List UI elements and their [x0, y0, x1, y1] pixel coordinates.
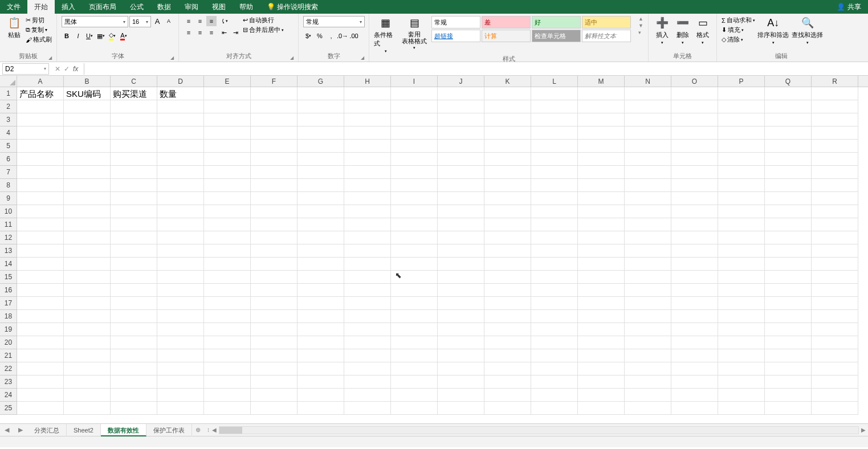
border-button[interactable]: ▦▾: [96, 31, 106, 41]
cell[interactable]: [718, 349, 765, 362]
cell[interactable]: [204, 87, 251, 100]
cell[interactable]: [625, 153, 671, 166]
cell[interactable]: [391, 205, 438, 218]
cell[interactable]: [625, 244, 671, 258]
cell[interactable]: [64, 231, 111, 244]
row-header[interactable]: 16: [0, 284, 17, 297]
cell[interactable]: [531, 244, 578, 258]
cell[interactable]: [625, 323, 671, 336]
menu-review[interactable]: 审阅: [178, 0, 205, 14]
cell[interactable]: [484, 389, 531, 402]
cell[interactable]: [157, 218, 204, 231]
style-item[interactable]: 好: [532, 16, 581, 28]
cell[interactable]: [531, 100, 578, 113]
cell[interactable]: [531, 271, 578, 284]
cell[interactable]: [391, 179, 438, 192]
formula-input[interactable]: [84, 63, 868, 75]
row-header[interactable]: 10: [0, 205, 17, 218]
cell[interactable]: [625, 310, 671, 323]
cell[interactable]: [718, 231, 765, 244]
cell[interactable]: [578, 218, 625, 231]
cell[interactable]: [765, 375, 812, 389]
cell[interactable]: [671, 153, 718, 166]
cell[interactable]: [765, 100, 812, 113]
cell[interactable]: [111, 389, 157, 402]
cell[interactable]: [671, 166, 718, 179]
cell[interactable]: [718, 362, 765, 375]
cell[interactable]: [625, 192, 671, 205]
cell[interactable]: [111, 310, 157, 323]
cell[interactable]: [625, 271, 671, 284]
cell[interactable]: [438, 179, 484, 192]
column-header[interactable]: F: [251, 76, 298, 87]
cell[interactable]: [64, 375, 111, 389]
cell[interactable]: [671, 375, 718, 389]
cell[interactable]: [671, 231, 718, 244]
row-header[interactable]: 4: [0, 126, 17, 140]
wrap-text-button[interactable]: ↩自动换行: [243, 16, 284, 25]
cell[interactable]: [765, 258, 812, 271]
cell[interactable]: [344, 389, 391, 402]
cell[interactable]: [204, 323, 251, 336]
cell[interactable]: [298, 375, 344, 389]
cell[interactable]: [344, 126, 391, 140]
cell[interactable]: [157, 140, 204, 153]
style-item[interactable]: 解释性文本: [582, 30, 631, 42]
cell[interactable]: [204, 271, 251, 284]
cell[interactable]: [531, 140, 578, 153]
cell[interactable]: [765, 140, 812, 153]
cell[interactable]: [391, 402, 438, 415]
cell[interactable]: [765, 336, 812, 349]
cell[interactable]: [251, 271, 298, 284]
cell[interactable]: [298, 402, 344, 415]
row-header[interactable]: 24: [0, 389, 17, 402]
cell[interactable]: [344, 205, 391, 218]
column-header[interactable]: E: [204, 76, 251, 87]
font-size-select[interactable]: 16▾: [129, 16, 151, 27]
cell[interactable]: [812, 244, 858, 258]
column-header[interactable]: R: [812, 76, 858, 87]
cell[interactable]: SKU编码: [64, 87, 111, 100]
cell[interactable]: [812, 402, 858, 415]
cell[interactable]: [298, 205, 344, 218]
cell[interactable]: [531, 126, 578, 140]
cell[interactable]: [718, 205, 765, 218]
row-header[interactable]: 7: [0, 166, 17, 179]
cell[interactable]: [204, 192, 251, 205]
cell[interactable]: [531, 192, 578, 205]
cell[interactable]: [391, 362, 438, 375]
cell[interactable]: [812, 205, 858, 218]
cell[interactable]: [64, 244, 111, 258]
cell[interactable]: [438, 362, 484, 375]
column-header[interactable]: I: [391, 76, 438, 87]
tab-nav-next[interactable]: ▶: [14, 426, 27, 434]
cell[interactable]: [64, 126, 111, 140]
cell[interactable]: [718, 284, 765, 297]
cancel-formula-button[interactable]: ✕: [55, 65, 60, 73]
cell[interactable]: [251, 349, 298, 362]
cell[interactable]: [204, 100, 251, 113]
cell[interactable]: [812, 192, 858, 205]
cell[interactable]: [204, 402, 251, 415]
cell[interactable]: [111, 166, 157, 179]
cell[interactable]: [812, 375, 858, 389]
cell[interactable]: [718, 271, 765, 284]
cell[interactable]: [391, 336, 438, 349]
style-item[interactable]: 计算: [482, 30, 531, 42]
cell[interactable]: [251, 284, 298, 297]
cell[interactable]: [812, 349, 858, 362]
cell[interactable]: [718, 310, 765, 323]
cell[interactable]: [484, 271, 531, 284]
clear-button[interactable]: ◇清除▾: [722, 35, 755, 44]
cell[interactable]: [251, 258, 298, 271]
cell[interactable]: [64, 153, 111, 166]
cell[interactable]: [531, 231, 578, 244]
cell[interactable]: [625, 205, 671, 218]
column-header[interactable]: D: [157, 76, 204, 87]
cell[interactable]: [64, 205, 111, 218]
cell[interactable]: [812, 140, 858, 153]
cell[interactable]: [671, 113, 718, 126]
cell[interactable]: [718, 389, 765, 402]
column-headers[interactable]: ABCDEFGHIJKLMNOPQR: [17, 76, 868, 87]
cell[interactable]: [484, 336, 531, 349]
